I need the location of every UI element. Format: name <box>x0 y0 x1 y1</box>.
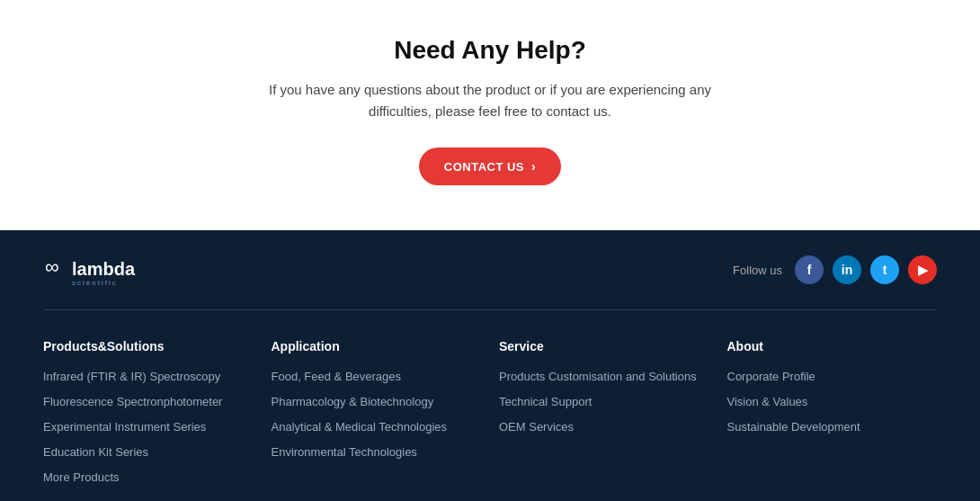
footer-col-2-heading: Service <box>499 339 709 353</box>
footer-col-0-heading: Products&Solutions <box>43 339 254 353</box>
svg-text:lambda: lambda <box>72 259 136 279</box>
footer-link-1-2[interactable]: Analytical & Medical Technologies <box>272 420 448 434</box>
follow-text: Follow us <box>733 264 782 277</box>
list-item: Fluorescence Spectronphotometer <box>43 393 254 409</box>
footer-link-3-2[interactable]: Sustainable Development <box>727 420 860 434</box>
list-item: Products Customisation and Solutions <box>499 368 709 384</box>
footer-col-3-heading: About <box>727 339 938 353</box>
footer-top: ∞ lambda scientific Follow us f in t ▶ <box>0 230 980 309</box>
footer-link-0-2[interactable]: Experimental Instrument Series <box>43 420 206 434</box>
footer-link-0-4[interactable]: More Products <box>43 470 120 484</box>
footer: ∞ lambda scientific Follow us f in t ▶ P… <box>0 230 980 501</box>
logo-area: ∞ lambda scientific <box>43 252 160 288</box>
list-item: Environmental Technologies <box>272 443 482 460</box>
list-item: Food, Feed & Beverages <box>272 368 482 384</box>
footer-col-1: ApplicationFood, Feed & BeveragesPharmac… <box>272 339 482 494</box>
footer-links: Products&SolutionsInfrared (FTIR & IR) S… <box>0 310 980 501</box>
footer-link-1-0[interactable]: Food, Feed & Beverages <box>272 370 402 383</box>
help-title: Need Any Help? <box>18 36 962 65</box>
contact-us-button[interactable]: CONTACT US › <box>419 148 561 185</box>
facebook-icon[interactable]: f <box>795 255 824 284</box>
contact-us-label: CONTACT US <box>444 160 524 174</box>
footer-link-0-0[interactable]: Infrared (FTIR & IR) Spectroscopy <box>43 370 220 383</box>
youtube-icon[interactable]: ▶ <box>908 255 937 284</box>
help-description: If you have any questions about the prod… <box>265 79 715 122</box>
footer-link-1-1[interactable]: Pharmacology & Biotechnology <box>272 395 434 408</box>
footer-link-2-1[interactable]: Technical Support <box>499 395 592 408</box>
list-item: Infrared (FTIR & IR) Spectroscopy <box>43 368 254 384</box>
list-item: Analytical & Medical Technologies <box>272 418 482 434</box>
footer-link-2-0[interactable]: Products Customisation and Solutions <box>499 370 697 383</box>
footer-col-1-heading: Application <box>272 339 482 353</box>
footer-link-3-0[interactable]: Corporate Profile <box>727 370 815 383</box>
footer-link-3-1[interactable]: Vision & Values <box>727 395 808 408</box>
footer-link-0-3[interactable]: Education Kit Series <box>43 445 148 459</box>
list-item: Experimental Instrument Series <box>43 418 254 434</box>
arrow-icon: › <box>531 159 536 174</box>
list-item: Pharmacology & Biotechnology <box>272 393 482 409</box>
list-item: Corporate Profile <box>727 368 938 384</box>
list-item: Sustainable Development <box>727 418 938 434</box>
svg-text:scientific: scientific <box>72 279 118 287</box>
list-item: OEM Services <box>499 418 709 434</box>
twitter-icon[interactable]: t <box>870 255 899 284</box>
social-area: Follow us f in t ▶ <box>733 255 937 284</box>
footer-link-1-3[interactable]: Environmental Technologies <box>272 445 417 459</box>
footer-col-0: Products&SolutionsInfrared (FTIR & IR) S… <box>43 339 254 494</box>
footer-link-2-2[interactable]: OEM Services <box>499 420 574 434</box>
svg-text:∞: ∞ <box>45 255 59 278</box>
list-item: Education Kit Series <box>43 443 254 460</box>
footer-col-3: AboutCorporate ProfileVision & ValuesSus… <box>727 339 938 494</box>
logo: ∞ lambda scientific <box>43 252 160 288</box>
list-item: Technical Support <box>499 393 709 409</box>
footer-link-0-1[interactable]: Fluorescence Spectronphotometer <box>43 395 222 408</box>
list-item: More Products <box>43 469 254 485</box>
footer-col-2: ServiceProducts Customisation and Soluti… <box>499 339 709 494</box>
list-item: Vision & Values <box>727 393 938 409</box>
help-section: Need Any Help? If you have any questions… <box>0 0 980 230</box>
linkedin-icon[interactable]: in <box>833 255 861 284</box>
